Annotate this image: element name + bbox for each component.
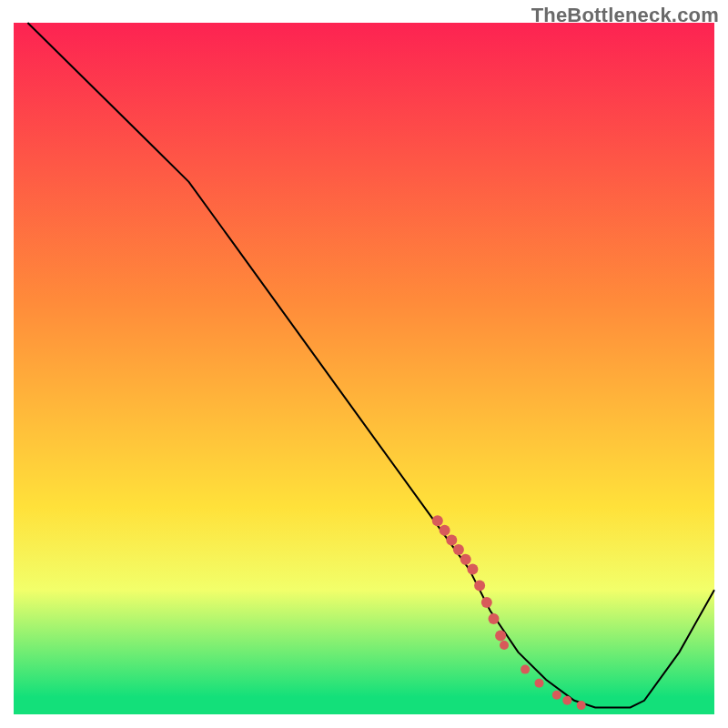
highlight-dot xyxy=(467,563,478,574)
highlight-dot xyxy=(500,641,509,650)
chart-root: TheBottleneck.com xyxy=(0,0,728,728)
highlight-dot xyxy=(535,679,544,688)
bottleneck-chart xyxy=(0,0,728,728)
plot-background xyxy=(14,23,714,714)
highlight-dot xyxy=(481,597,492,608)
highlight-dot xyxy=(474,581,485,592)
highlight-dot xyxy=(562,696,571,705)
watermark-text: TheBottleneck.com xyxy=(531,4,719,27)
highlight-dot xyxy=(489,613,500,624)
highlight-dot xyxy=(446,535,457,546)
highlight-dot xyxy=(440,525,450,536)
highlight-dot xyxy=(460,554,471,565)
highlight-dot xyxy=(552,691,561,700)
highlight-dot xyxy=(495,630,506,641)
highlight-dot xyxy=(432,515,443,526)
highlight-dot xyxy=(577,701,586,710)
highlight-dot xyxy=(521,665,530,674)
highlight-dot xyxy=(453,544,464,555)
